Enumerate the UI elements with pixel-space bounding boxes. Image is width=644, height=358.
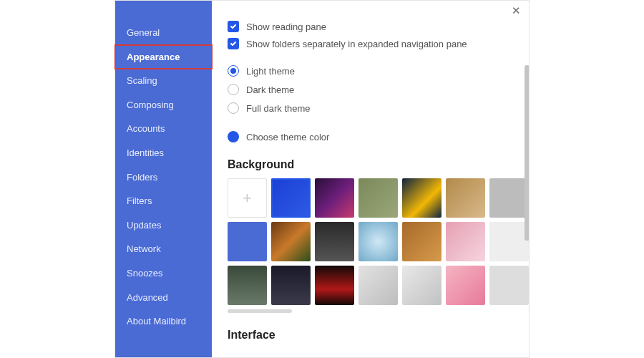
label-reading-pane: Show reading pane bbox=[246, 21, 326, 32]
background-tile[interactable] bbox=[271, 266, 311, 305]
background-tile[interactable] bbox=[358, 178, 398, 218]
sidebar-item-composing[interactable]: Composing bbox=[115, 93, 212, 117]
background-tile[interactable] bbox=[489, 266, 529, 305]
background-tile[interactable] bbox=[358, 266, 398, 305]
checkbox-folders-separately[interactable] bbox=[228, 38, 239, 49]
sidebar-item-accounts[interactable]: Accounts bbox=[115, 117, 212, 141]
sidebar-item-general[interactable]: General bbox=[115, 21, 212, 45]
settings-content: ✕ Show reading pane Show folders separat… bbox=[212, 1, 529, 357]
close-button[interactable]: ✕ bbox=[509, 4, 523, 18]
background-add-tile[interactable]: + bbox=[228, 178, 267, 218]
sidebar-item-appearance[interactable]: Appearance bbox=[115, 45, 212, 69]
content-scrollbar[interactable] bbox=[525, 65, 529, 241]
sidebar-item-about[interactable]: About Mailbird bbox=[115, 309, 212, 334]
sidebar-item-filters[interactable]: Filters bbox=[115, 189, 212, 213]
background-tile[interactable] bbox=[315, 266, 354, 305]
background-tile[interactable] bbox=[228, 266, 267, 305]
background-tile[interactable] bbox=[315, 222, 354, 261]
label-folders-separately: Show folders separately in expanded navi… bbox=[246, 39, 467, 49]
background-tile[interactable] bbox=[446, 222, 485, 261]
background-tile[interactable] bbox=[358, 222, 398, 261]
sidebar-item-snoozes[interactable]: Snoozes bbox=[115, 261, 212, 286]
background-tile[interactable] bbox=[489, 178, 529, 218]
background-grid: + bbox=[228, 178, 513, 305]
background-tile[interactable] bbox=[446, 178, 485, 218]
background-tile[interactable] bbox=[271, 178, 311, 218]
sidebar-item-updates[interactable]: Updates bbox=[115, 213, 212, 238]
section-title-interface: Interface bbox=[228, 329, 513, 342]
settings-sidebar: General Appearance Scaling Composing Acc… bbox=[115, 1, 212, 357]
label-light-theme: Light theme bbox=[246, 66, 295, 77]
radio-full-dark-theme[interactable] bbox=[228, 102, 239, 114]
background-tile[interactable] bbox=[228, 222, 267, 261]
theme-color-swatch[interactable] bbox=[228, 131, 239, 142]
sidebar-item-folders[interactable]: Folders bbox=[115, 165, 212, 190]
background-tile[interactable] bbox=[271, 222, 311, 261]
background-tile[interactable] bbox=[315, 178, 354, 218]
sidebar-item-scaling[interactable]: Scaling bbox=[115, 69, 212, 93]
label-dark-theme: Dark theme bbox=[246, 84, 294, 95]
label-full-dark-theme: Full dark theme bbox=[246, 103, 311, 114]
section-title-background: Background bbox=[228, 158, 513, 171]
plus-icon: + bbox=[243, 189, 252, 208]
background-tile[interactable] bbox=[402, 178, 441, 218]
checkbox-reading-pane[interactable] bbox=[228, 21, 239, 32]
sidebar-item-network[interactable]: Network bbox=[115, 237, 212, 261]
background-tile[interactable] bbox=[402, 266, 441, 305]
settings-dialog: General Appearance Scaling Composing Acc… bbox=[114, 0, 530, 358]
radio-light-theme[interactable] bbox=[228, 65, 239, 77]
radio-dark-theme[interactable] bbox=[228, 84, 239, 95]
close-icon: ✕ bbox=[512, 4, 521, 17]
sidebar-item-advanced[interactable]: Advanced bbox=[115, 286, 212, 310]
label-choose-color: Choose theme color bbox=[246, 132, 329, 142]
sidebar-item-identities[interactable]: Identities bbox=[115, 141, 212, 165]
background-scrollbar[interactable] bbox=[228, 309, 292, 313]
background-tile[interactable] bbox=[446, 266, 485, 305]
background-tile[interactable] bbox=[489, 222, 529, 261]
background-tile[interactable] bbox=[402, 222, 441, 261]
